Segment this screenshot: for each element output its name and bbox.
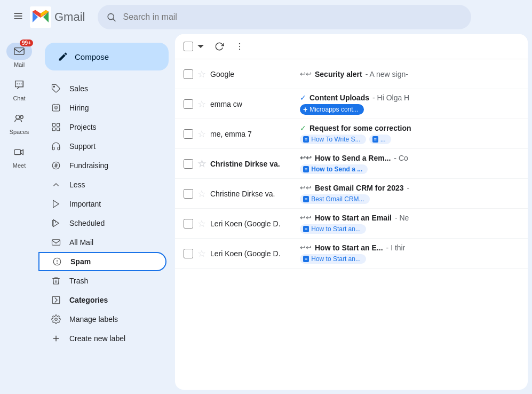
doc-chip[interactable]: ≡ How To Write S... <box>300 135 366 144</box>
row-checkbox[interactable] <box>184 249 193 258</box>
email-content: ↩↩ Security alert - A new sign- <box>300 70 519 78</box>
email-row[interactable]: ☆ Christine Dirkse va. ↩↩ Best Gmail CRM… <box>175 179 528 209</box>
select-dropdown-button[interactable] <box>194 40 207 53</box>
chip-label: How to Start an... <box>311 255 361 263</box>
svg-marker-26 <box>53 200 59 208</box>
star-icon[interactable]: ☆ <box>197 218 206 230</box>
nav-item-trash[interactable]: Trash <box>38 271 166 290</box>
row-checkbox[interactable] <box>184 189 193 199</box>
nav-item-categories[interactable]: Categories <box>38 290 166 310</box>
sidebar-item-meet[interactable]: Meet <box>0 139 38 173</box>
row-checkbox[interactable] <box>184 159 193 169</box>
svg-rect-11 <box>14 48 24 55</box>
status-icon: ✓ <box>300 93 306 102</box>
doc-icon: ≡ <box>303 196 309 202</box>
chat-icon <box>13 79 25 91</box>
app-title: Gmail <box>54 10 85 24</box>
email-sender: Christine Dirkse va. <box>210 190 296 198</box>
doc-icon: ≡ <box>303 256 309 262</box>
spaces-label: Spaces <box>10 129 29 135</box>
nav-item-manage-labels[interactable]: Manage labels <box>38 310 166 329</box>
email-row[interactable]: ☆ emma cw ✓ Content Uploads - Hi Olga H … <box>175 89 528 119</box>
email-row[interactable]: ☆ Google ↩↩ Security alert - A new sign- <box>175 59 528 89</box>
svg-rect-29 <box>52 240 60 246</box>
doc-chip[interactable]: ≡ How to Start an... <box>300 224 366 234</box>
row-checkbox[interactable] <box>184 99 193 109</box>
nav-item-less[interactable]: Less <box>38 175 166 194</box>
star-icon[interactable]: ☆ <box>197 248 206 259</box>
nav-item-support[interactable]: Support <box>38 137 166 156</box>
more-button[interactable] <box>232 38 248 54</box>
compose-label: Compose <box>75 52 109 61</box>
email-subject: How to Start an E... <box>315 243 383 252</box>
email-row[interactable]: ☆ Leri Koen (Google D. ↩↩ How to Start a… <box>175 239 528 269</box>
star-icon[interactable]: ☆ <box>197 158 206 170</box>
nav-item-scheduled[interactable]: Scheduled <box>38 214 166 233</box>
doc-chip[interactable]: ≡ How to Start an... <box>300 254 366 264</box>
svg-point-32 <box>57 263 58 264</box>
row-checkbox[interactable] <box>184 219 193 228</box>
doc-chip[interactable]: ≡ Best Gmail CRM... <box>300 194 370 204</box>
email-subject: Content Uploads <box>309 93 369 102</box>
nav-item-spam[interactable]: Spam <box>38 252 166 271</box>
refresh-button[interactable] <box>211 38 227 54</box>
row-checkbox[interactable] <box>184 69 193 79</box>
email-row[interactable]: ☆ Leri Koen (Google D. ↩↩ How to Start a… <box>175 209 528 239</box>
svg-point-38 <box>239 43 240 44</box>
chip-label: ... <box>380 136 386 143</box>
sidebar-item-spaces[interactable]: Spaces <box>0 106 38 139</box>
manage-labels-icon <box>51 314 61 324</box>
email-row[interactable]: ☆ Christine Dirkse va. ↩↩ How to Send a … <box>175 149 528 179</box>
email-subject: Request for some correction <box>309 124 411 132</box>
nav-item-sales[interactable]: Sales <box>38 79 166 98</box>
email-content: ↩↩ How to Start an Email - Ne ≡ How to S… <box>300 214 519 234</box>
nav-item-hiring[interactable]: Hiring <box>38 98 166 117</box>
status-icon: ↩↩ <box>300 243 312 251</box>
doc-chip[interactable]: ≡ How to Send a ... <box>300 164 368 174</box>
menu-icon[interactable] <box>9 6 28 28</box>
doc-chip[interactable]: ≡ ... <box>369 135 391 144</box>
email-preview: - Ne <box>395 214 409 222</box>
hiring-icon <box>51 103 61 113</box>
microapps-chip[interactable]: + Microapps cont... <box>300 104 364 115</box>
star-icon[interactable]: ☆ <box>197 68 206 80</box>
compose-button[interactable]: Compose <box>45 43 169 70</box>
svg-rect-33 <box>52 296 60 304</box>
nav-item-fundraising[interactable]: Fundraising <box>38 156 166 175</box>
doc-icon: ≡ <box>303 226 309 232</box>
star-icon[interactable]: ☆ <box>197 98 206 110</box>
meet-label: Meet <box>13 162 26 169</box>
mail-icon <box>13 45 25 57</box>
manage-labels-label: Manage labels <box>69 315 158 324</box>
svg-rect-24 <box>57 128 60 131</box>
nav-item-allmail[interactable]: All Mail <box>38 233 166 252</box>
chip-label: How to Start an... <box>311 225 361 233</box>
nav-item-projects[interactable]: Projects <box>38 117 166 137</box>
svg-point-15 <box>16 115 20 119</box>
allmail-icon <box>51 238 61 247</box>
nav-item-create-label[interactable]: Create new label <box>38 329 166 348</box>
scheduled-icon <box>51 218 61 228</box>
email-content: ↩↩ How to Start an E... - I thir ≡ How t… <box>300 243 519 264</box>
plus-icon: + <box>303 105 307 114</box>
star-icon[interactable]: ☆ <box>197 188 206 200</box>
nav-item-important[interactable]: Important <box>38 194 166 214</box>
sidebar-item-chat[interactable]: Chat <box>0 72 38 106</box>
projects-label: Projects <box>69 123 158 131</box>
svg-rect-22 <box>57 123 60 126</box>
search-input[interactable] <box>123 12 463 22</box>
search-bar[interactable] <box>98 5 471 29</box>
star-icon[interactable]: ☆ <box>197 128 206 140</box>
email-subject: How to Start an Email <box>315 214 392 222</box>
doc-icon: ≡ <box>372 136 378 143</box>
email-subject: Best Gmail CRM for 2023 <box>315 184 404 192</box>
svg-point-18 <box>53 86 54 87</box>
row-checkbox[interactable] <box>184 129 193 139</box>
dropdown-icon <box>197 43 204 50</box>
mail-label: Mail <box>14 61 25 68</box>
email-row[interactable]: ☆ me, emma 7 ✓ Request for some correcti… <box>175 119 528 149</box>
status-icon: ↩↩ <box>300 154 312 162</box>
email-preview: - <box>407 184 410 192</box>
sidebar-item-mail[interactable]: 99+ Mail <box>0 38 38 72</box>
select-all-checkbox[interactable] <box>184 42 193 51</box>
